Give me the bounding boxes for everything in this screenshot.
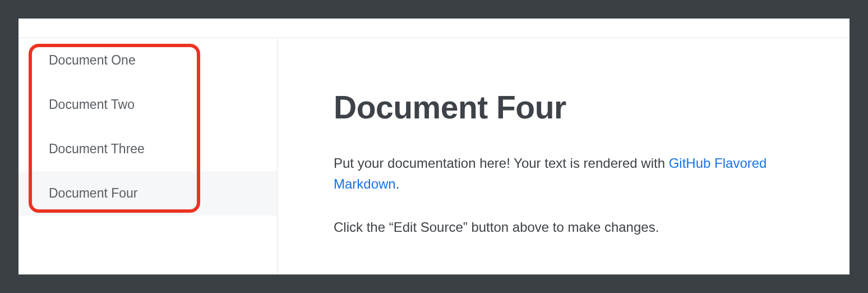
sidebar-item-document-one[interactable]: Document One <box>19 38 277 83</box>
sidebar-item-label: Document Three <box>49 141 145 156</box>
sidebar: Document One Document Two Document Three… <box>19 38 278 274</box>
sidebar-list: Document One Document Two Document Three… <box>19 38 277 216</box>
body-area: Document One Document Two Document Three… <box>19 38 849 274</box>
header-bar <box>19 19 849 38</box>
sidebar-item-document-two[interactable]: Document Two <box>19 83 277 127</box>
sidebar-item-label: Document Two <box>49 97 135 112</box>
sidebar-item-document-four[interactable]: Document Four <box>19 171 277 216</box>
intro-text-prefix: Put your documentation here! Your text i… <box>334 155 669 171</box>
sidebar-item-label: Document One <box>49 53 136 67</box>
intro-paragraph: Put your documentation here! Your text i… <box>334 153 810 194</box>
main-content: Document Four Put your documentation her… <box>278 38 849 274</box>
hint-paragraph: Click the “Edit Source” button above to … <box>334 217 810 237</box>
app-window: Document One Document Two Document Three… <box>19 19 849 274</box>
sidebar-item-label: Document Four <box>49 186 138 200</box>
sidebar-item-document-three[interactable]: Document Three <box>19 127 277 171</box>
page-title: Document Four <box>334 89 810 126</box>
intro-text-suffix: . <box>396 176 400 191</box>
